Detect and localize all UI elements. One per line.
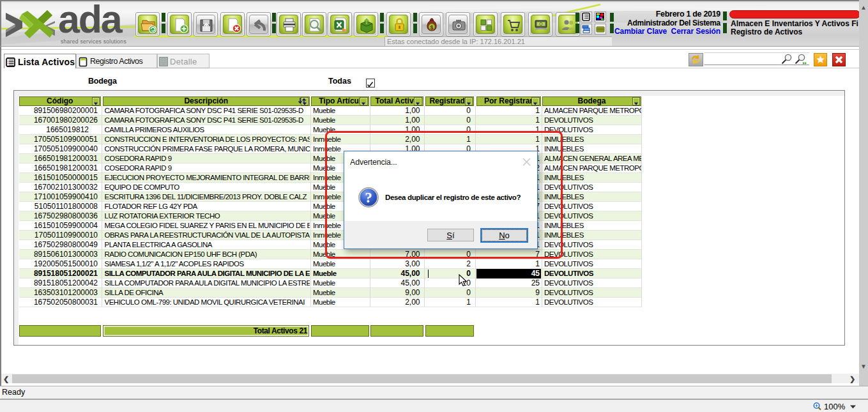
svg-text:?: ?: [365, 190, 372, 206]
svg-text:$: $: [430, 24, 433, 31]
